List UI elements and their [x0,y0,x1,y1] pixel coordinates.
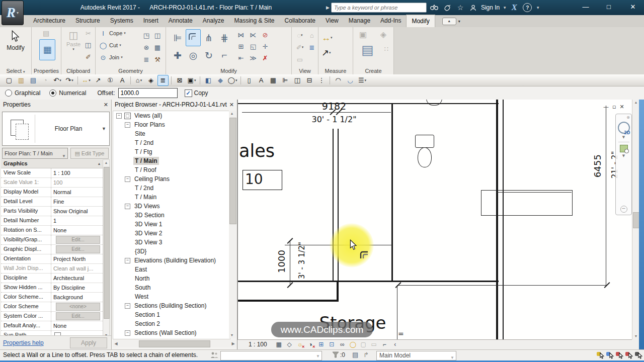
cut-profile-button[interactable]: ≣ [306,41,318,53]
filter-icon[interactable] [332,351,339,359]
select-panel-label[interactable]: Select ▾ [0,68,31,74]
match-properties-brush-icon[interactable]: ✐ [86,53,91,61]
measure-dropdown-icon[interactable]: ▾ [331,36,333,40]
lock-3d-view-button[interactable]: ⌐ [380,340,389,349]
tree-item-floor-plans[interactable]: −Floor Plans [113,120,230,129]
tab-add-ins[interactable]: Add-Ins [375,15,406,27]
scroll-left-icon[interactable]: ◀ [113,340,119,347]
scrollbar-thumb[interactable] [139,340,210,347]
detail-level-button[interactable]: ▦ [274,340,284,349]
join-geometry-button[interactable]: ⊗ [141,41,152,53]
minimize-button[interactable]: — [575,0,597,14]
tab-systems[interactable]: Systems [105,15,138,27]
instance-selector-combo[interactable]: Floor Plan: T / Main ▼ [2,148,68,159]
graphical-radio[interactable] [5,89,12,97]
trim-extend-corner-button[interactable]: ⌐ [217,47,232,64]
move-button[interactable]: ✚ [170,47,185,64]
dimension-value-mm[interactable]: 9182 [311,101,357,112]
toilet-bowl[interactable] [418,147,432,167]
scrollbar-thumb[interactable] [229,118,236,224]
close-hidden-windows-button[interactable]: ⊠ [174,75,185,86]
ribbon-collapse-dropdown-icon[interactable]: ▾ [458,19,460,24]
linework-button[interactable]: ✐▾ [294,41,306,53]
displace-elements-button[interactable]: ▭ [294,53,306,65]
wall[interactable] [238,281,499,282]
modify-tool-button[interactable]: Modify [0,30,31,51]
create-group-icon[interactable]: ▣ [359,30,367,39]
offset-button[interactable] [186,29,201,46]
property-value[interactable]: Fine [51,197,103,206]
synchronize-with-central-button[interactable]: ◔ [40,75,51,86]
cut-clipboard-icon[interactable]: ✂ [86,30,91,37]
view-restore-icon[interactable]: ▫ [612,104,616,110]
measure-tool-dropdown-icon[interactable]: ▾ [89,78,91,82]
show-crop-region-button[interactable]: ⊡ [327,340,337,349]
default-3d-view-button[interactable]: ⌂▾ [133,75,144,86]
schedules-button[interactable]: ☰▾ [357,75,368,86]
apply-button[interactable]: Apply [70,337,107,348]
copy-checkbox[interactable]: ✓ [185,89,192,97]
tab-massing-site[interactable]: Massing & Site [229,15,280,27]
edit-button[interactable]: Edit... [56,236,100,244]
wall[interactable] [503,100,504,339]
select-links-toggle-button[interactable] [596,350,605,360]
tree-item-3d-views[interactable]: −3D Views [113,202,230,211]
structural-column-button[interactable]: ▯ [244,75,255,86]
wall[interactable] [391,103,393,282]
scroll-up-icon[interactable]: ▲ [103,160,109,166]
align-tool-button[interactable]: ⊫ [280,75,291,86]
solid-form-button[interactable]: ◆ [215,75,226,86]
tree-item-sections-building-section[interactable]: −Sections (Building Section) [113,301,230,310]
properties-palette-toggle-button[interactable]: ▦ [39,39,55,60]
property-value[interactable]: Background [51,293,103,302]
property-value[interactable]: Clean all wall j... [51,264,103,273]
expander-icon[interactable]: − [125,258,130,263]
edit-button[interactable]: Edit... [56,312,100,320]
section-button[interactable]: ◈ [145,75,156,86]
paste-button[interactable]: ◫ Paste ▾ [66,29,80,51]
maximize-button[interactable]: □ [598,0,620,14]
tab-architecture[interactable]: Architecture [28,15,70,27]
paint-button[interactable]: ◧ [203,75,214,86]
tree-item-t-ftg[interactable]: T / Ftg [113,147,230,156]
override-graphics-button[interactable]: ◌▾ [294,29,306,41]
property-value[interactable]: Normal [51,188,103,197]
rotate-button[interactable]: ↻ [201,47,216,64]
tab-view[interactable]: View [320,15,344,27]
sun-path-button[interactable]: ☼✕ [295,340,305,349]
expander-icon[interactable]: − [125,122,130,128]
copy-clipboard-icon[interactable]: ◫ [85,41,91,49]
temporary-hide-isolate-button[interactable]: ◯ [348,340,358,349]
tree-item-t-2nd[interactable]: T / 2nd [113,184,230,193]
property-value[interactable]: None [51,226,103,235]
room-label-sales[interactable]: ales [239,141,275,161]
tree-item-site[interactable]: Site [113,129,230,138]
trim-extend-single-button[interactable]: ⇤ [235,52,247,64]
measure-between-references-dropdown-icon[interactable]: ▾ [329,51,331,55]
switch-windows-button[interactable]: ▣▾ [186,75,197,86]
tree-item-t-main[interactable]: T / Main [113,156,230,165]
tree-item-west[interactable]: West [113,292,230,301]
tree-item-elevations-building-elevation[interactable]: −Elevations (Building Elevation) [113,256,230,265]
search-collapse-icon[interactable]: ▶ [326,5,330,10]
switch-windows-dropdown-icon[interactable]: ▾ [194,78,196,82]
properties-scrollbar[interactable]: ▲ ▼ [103,159,110,339]
tree-item-t-main[interactable]: T / Main [113,193,230,202]
dimension-value-ft[interactable]: 30' - 1 1/2" [306,115,362,124]
tree-item-3d-view-1[interactable]: 3D View 1 [113,220,230,229]
property-value[interactable]: 1 [51,216,103,225]
mirror-draw-axis-button[interactable]: ⋉ [247,29,259,41]
tab-annotate[interactable]: Annotate [164,15,198,27]
tree-item-3d-view-3[interactable]: 3D View 3 [113,238,230,247]
project-browser-header[interactable]: Project Browser - ARCH-PROJ-01-L41.rvt ✕ [112,100,237,110]
expander-icon[interactable]: − [125,303,130,309]
dimension-value-ft[interactable]: 3' - 3 1/2" [297,238,307,283]
scrollbar-thumb[interactable] [104,167,110,319]
tree-item-views-all[interactable]: −Views (all) [113,111,230,120]
sign-in-button[interactable]: Sign In [481,4,500,11]
tree-item-exterior-wall-section[interactable]: Exterior Wall Section [113,337,230,339]
default-3d-view-dropdown-icon[interactable]: ▾ [140,78,142,82]
tree-item-section-1[interactable]: Section 1 [113,310,230,319]
tree-item-3d-section[interactable]: 3D Section [113,211,230,220]
aligned-dimension-button[interactable]: ↗ [93,75,104,86]
